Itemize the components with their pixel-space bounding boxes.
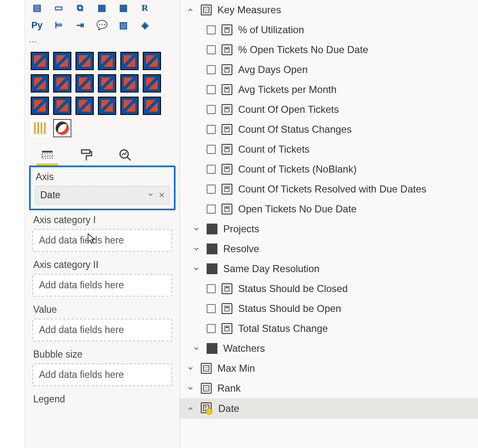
field-count-resolved-duedate[interactable]: Count Of Tickets Resolved with Due Dates (180, 179, 478, 199)
field-label: Total Status Change (238, 323, 328, 334)
custom-visual-icon[interactable] (76, 74, 94, 93)
custom-visual-icon[interactable] (120, 97, 139, 115)
value-drop[interactable]: Add data fields here (32, 319, 172, 341)
field-open-no-due[interactable]: Open Tickets No Due Date (180, 199, 478, 219)
custom-visual-icon[interactable] (143, 74, 161, 93)
field-count-open-tickets[interactable]: Count Of Open Tickets (180, 100, 478, 119)
field-pct-open-no-due[interactable]: % Open Tickets No Due Date (180, 40, 478, 60)
chevron-down-icon[interactable] (147, 190, 154, 201)
field-label: Avg Days Open (238, 64, 308, 75)
svg-rect-20 (226, 128, 229, 129)
svg-rect-31 (225, 306, 229, 311)
custom-visual-icon[interactable] (76, 52, 94, 70)
viz-qna-icon[interactable]: 💬 (94, 17, 110, 33)
folder-resolve[interactable]: Resolve (180, 239, 478, 259)
field-label: Count Of Open Tickets (238, 104, 339, 115)
field-label: % Open Tickets No Due Date (238, 44, 368, 56)
field-label: Count Of Tickets Resolved with Due Dates (238, 183, 427, 195)
tab-fields[interactable] (37, 145, 58, 166)
field-pct-utilization[interactable]: % of Utilization (180, 20, 478, 40)
custom-visual-icon[interactable] (98, 74, 116, 93)
field-checkbox[interactable] (207, 284, 216, 293)
folder-same-day[interactable]: Same Day Resolution (180, 259, 478, 279)
viz-type-icon[interactable]: ⧉ (72, 0, 88, 16)
field-status-closed[interactable]: Status Should be Closed (180, 279, 478, 299)
field-total-status-change[interactable]: Total Status Change (180, 319, 478, 338)
custom-visual-icon[interactable] (31, 97, 49, 115)
field-checkbox[interactable] (207, 85, 216, 94)
custom-visual-icon[interactable] (143, 97, 161, 115)
custom-visual-icon[interactable] (98, 52, 116, 70)
viz-decomp-tree-icon[interactable]: ⇥ (72, 17, 88, 33)
axis-cat1-drop[interactable]: Add data fields here (32, 229, 172, 252)
viz-type-icon[interactable]: ▤ (29, 0, 45, 16)
viz-more-icon[interactable]: ··· (25, 35, 180, 48)
viz-python-icon[interactable]: Py (29, 17, 45, 33)
svg-rect-32 (226, 307, 229, 308)
folder-watchers[interactable]: Watchers (180, 338, 478, 358)
field-checkbox[interactable] (207, 45, 216, 54)
custom-visual-icon[interactable] (120, 74, 139, 93)
well-label-axis-cat1: Axis category I (32, 213, 172, 229)
chevron-down-icon (192, 344, 201, 353)
custom-visual-icon[interactable] (53, 52, 71, 70)
bubble-drop[interactable]: Add data fields here (32, 363, 172, 386)
table-maxmin[interactable]: Max Min (180, 358, 478, 378)
viz-type-icon[interactable]: ▭ (51, 0, 66, 16)
tab-analytics[interactable] (115, 145, 136, 166)
custom-visual-icon[interactable] (31, 119, 49, 137)
well-label-bubble: Bubble size (32, 347, 172, 363)
axis-field-chip[interactable]: Date (35, 186, 170, 205)
svg-rect-11 (225, 47, 229, 52)
table-date[interactable]: Date (180, 398, 478, 419)
field-checkbox[interactable] (207, 105, 216, 114)
table-key-measures[interactable]: Key Measures (180, 0, 478, 20)
field-avg-days-open[interactable]: Avg Days Open (180, 60, 478, 80)
field-checkbox[interactable] (207, 304, 216, 313)
custom-visual-icon[interactable] (31, 74, 49, 93)
table-rank[interactable]: Rank (180, 378, 478, 398)
remove-field-icon[interactable] (159, 190, 165, 201)
viz-paginated-icon[interactable]: ▧ (115, 17, 131, 33)
field-count-tickets-noblank[interactable]: Count of Tickets (NoBlank) (180, 159, 478, 179)
viz-type-icon[interactable]: ▦ (94, 0, 110, 16)
tab-format[interactable] (76, 145, 97, 166)
viz-key-influencers-icon[interactable]: ⊨ (51, 17, 66, 33)
field-label: Count Of Status Changes (238, 124, 352, 135)
field-avg-tickets-month[interactable]: Avg Tickets per Month (180, 80, 478, 100)
field-checkbox[interactable] (207, 145, 216, 154)
custom-visual-icon[interactable] (31, 52, 49, 70)
well-label-value: Value (32, 302, 172, 319)
svg-rect-19 (225, 127, 229, 132)
field-checkbox[interactable] (207, 25, 216, 34)
field-checkbox[interactable] (207, 185, 216, 194)
custom-visual-icon[interactable] (98, 97, 116, 115)
viz-get-more-icon[interactable]: ◈ (137, 17, 153, 33)
field-label: Open Tickets No Due Date (238, 203, 356, 215)
chevron-down-icon (186, 364, 195, 373)
legend-well: Legend (27, 390, 177, 408)
field-status-open[interactable]: Status Should be Open (180, 299, 478, 319)
field-count-status-changes[interactable]: Count Of Status Changes (180, 119, 478, 139)
svg-rect-33 (225, 326, 229, 331)
axis-cat2-drop[interactable]: Add data fields here (32, 274, 172, 297)
field-checkbox[interactable] (207, 165, 216, 174)
custom-visual-icon[interactable] (143, 52, 161, 70)
field-checkbox[interactable] (207, 205, 216, 214)
field-checkbox[interactable] (207, 65, 216, 74)
chevron-down-icon (192, 264, 201, 273)
field-count-tickets[interactable]: Count of Tickets (180, 139, 478, 159)
custom-visual-icon[interactable] (53, 119, 71, 137)
viz-type-icon[interactable]: ▦ (115, 0, 131, 16)
measure-icon (222, 283, 232, 294)
custom-visual-icon[interactable] (120, 52, 139, 70)
field-wells: Axis Date Axis category I Add data fi (25, 166, 180, 408)
custom-visual-icon[interactable] (76, 97, 94, 115)
svg-rect-12 (226, 48, 229, 49)
field-checkbox[interactable] (207, 324, 216, 333)
viz-r-icon[interactable]: R (137, 0, 153, 16)
folder-projects[interactable]: Projects (180, 219, 478, 239)
custom-visual-icon[interactable] (53, 74, 71, 93)
custom-visual-icon[interactable] (53, 97, 71, 115)
field-checkbox[interactable] (207, 125, 216, 134)
